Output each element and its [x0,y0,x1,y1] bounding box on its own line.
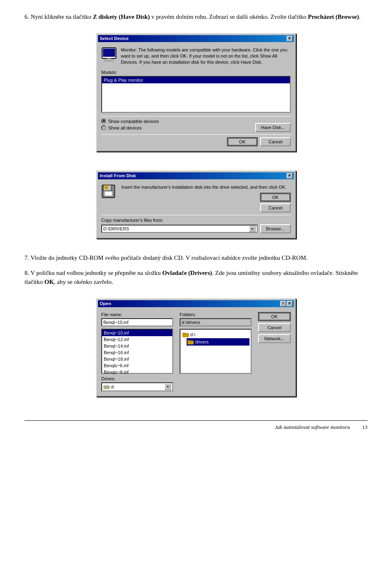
install-disk-titlebar: Install From Disk ✕ [98,172,294,179]
step8-paragraph: 8. V políčku nad volbou jednotky se přep… [24,268,368,287]
install-disk-dialog-wrapper: Install From Disk ✕ Insert t [24,166,368,246]
page-footer: Jak nainstalovat software monitoru 13 [24,420,368,431]
open-titlebar-buttons: ? ✕ [280,301,292,306]
step8-text3: , aby se okénko zavřelo. [54,279,113,285]
open-dialog-wrapper: Open ? ✕ File name: Benql~10.inf Benql~1… [24,294,368,404]
drivers-path-value: D:\DRIVERS [103,226,129,231]
radio-all[interactable]: Show all devices [101,125,159,130]
monitor-icon [101,47,117,66]
open-help-button[interactable]: ? [280,301,286,306]
open-ok-button[interactable]: OK [258,312,291,321]
install-disk-col: Insert the manufacturer's installation d… [121,184,291,212]
file-item-5[interactable]: Benqlc~6.inf [102,362,172,369]
svg-point-11 [108,386,109,388]
folders-label: Folders: [180,312,252,317]
file-item-0[interactable]: Benql~10.inf [102,330,172,336]
step6-text2: v pravém dolním rohu. Zobrazí se další o… [150,13,308,20]
step7-text: 7. Vložte do jednotky CD-ROM svého počít… [24,254,307,261]
svg-rect-2 [107,58,111,60]
radio-dot [103,120,105,122]
svg-rect-15 [187,340,190,341]
install-disk-title: Install From Disk [100,173,136,178]
file-name-input[interactable]: Benql~10.inf [101,318,173,326]
dropdown-arrow-icon[interactable]: ▼ [249,225,256,232]
drives-dropdown-arrow-icon[interactable]: ▼ [165,384,171,390]
svg-rect-10 [104,386,107,388]
separator2 [101,134,291,135]
have-disk-button-container: Have Disk... [255,123,291,132]
open-close-button[interactable]: ✕ [287,301,292,306]
install-titlebar-buttons: ✕ [287,173,292,179]
browse-button[interactable]: Browse... [260,224,291,233]
step8-text-pre: 8. V políčku nad volbou jednotky se přep… [24,270,162,276]
install-ok-button[interactable]: OK [260,193,291,202]
step6-text-pre: 6. Nyní klikněte na tlačítko [24,13,93,20]
select-device-title: Select Device [100,36,129,41]
radio-compatible[interactable]: Show compatible devices [101,119,159,124]
svg-rect-13 [183,333,185,334]
install-disk-body: Insert the manufacturer's installation d… [98,181,294,237]
install-cancel-button[interactable]: Cancel [260,203,291,212]
copy-label: Copy manufacturer's files from: [101,218,291,223]
folder-item-drivers[interactable]: drivers [187,338,249,346]
install-close-button[interactable]: ✕ [287,173,292,179]
footer-page: 13 [362,424,368,431]
radio-compatible-label: Show compatible devices [108,119,159,124]
file-item-2[interactable]: Benql~14.inf [102,343,172,349]
install-separator [101,215,291,215]
close-button[interactable]: ✕ [287,36,292,41]
drivers-path-dropdown[interactable]: D:\DRIVERS ▼ [101,225,258,233]
titlebar-buttons: ✕ [287,36,292,41]
listbox-item-plug-play[interactable]: Plug & Play monitor [102,77,290,83]
select-device-ok-button[interactable]: OK [227,137,258,146]
files-listbox[interactable]: Benql~10.inf Benql~12.inf Benql~14.inf B… [101,329,173,374]
drive-icon [103,384,110,390]
select-device-description: Monitor: The following models are compat… [121,47,291,66]
install-disk-description: Insert the manufacturer's installation d… [121,184,291,190]
drives-dropdown[interactable]: d: ▼ [101,382,173,391]
file-item-3[interactable]: Benql~16.inf [102,349,172,356]
select-device-header-section: Monitor: The following models are compat… [101,47,291,66]
radio-group: Show compatible devices Show all devices [101,119,159,132]
file-item-6[interactable]: Benqlc~8.inf [102,369,172,375]
svg-rect-8 [105,192,112,196]
open-middle-col: Folders: d:\drivers d:\ [180,312,252,374]
open-left-col: File name: Benql~10.inf Benql~10.inf Ben… [101,312,173,391]
svg-rect-1 [103,49,115,57]
folder-item-d[interactable]: d:\ [182,331,249,338]
open-network-button[interactable]: Network... [258,334,291,343]
folders-path: d:\drivers [180,318,252,326]
file-item-1[interactable]: Benql~12.inf [102,336,172,343]
radio-all-label: Show all devices [108,125,142,130]
folder-d-icon [183,332,189,337]
install-header-row: Insert the manufacturer's installation d… [101,184,291,212]
step8-bold1: Ovladače (Drivers) [162,270,212,276]
open-cancel-button[interactable]: Cancel [258,323,291,332]
step8-bold2: OK [45,279,54,285]
open-main-row: File name: Benql~10.inf Benql~10.inf Ben… [101,312,291,391]
open-dialog: Open ? ✕ File name: Benql~10.inf Benql~1… [96,298,296,397]
open-right-col: OK Cancel Network... [258,312,291,343]
open-title: Open [100,301,111,306]
radio-all-circle [101,125,106,130]
select-device-cancel-button[interactable]: Cancel [260,137,291,146]
step6-text3: . [359,13,361,20]
folder-drivers-label: drivers [195,339,209,344]
drives-label: Drives: [101,376,173,381]
select-device-titlebar: Select Device ✕ [98,35,294,42]
folder-d-label: d:\ [190,332,195,337]
open-dialog-body: File name: Benql~10.inf Benql~10.inf Ben… [98,309,294,395]
step6-bold1: Z diskety (Have Disk) [93,13,150,20]
folder-drivers-icon [187,339,194,345]
folders-listbox[interactable]: d:\ drivers [180,329,252,374]
have-disk-button[interactable]: Have Disk... [255,123,291,132]
open-titlebar: Open ? ✕ [98,300,294,307]
select-device-dialog: Select Device ✕ Monitor: The following m… [96,33,296,152]
floppy-icon [101,184,116,199]
file-item-4[interactable]: Benql~18.inf [102,356,172,362]
drives-section: Drives: d: ▼ [101,376,173,391]
svg-rect-6 [105,185,108,189]
models-label: Models: [101,70,291,75]
models-listbox[interactable]: Plug & Play monitor [101,76,291,113]
drives-value: d: [111,384,115,389]
